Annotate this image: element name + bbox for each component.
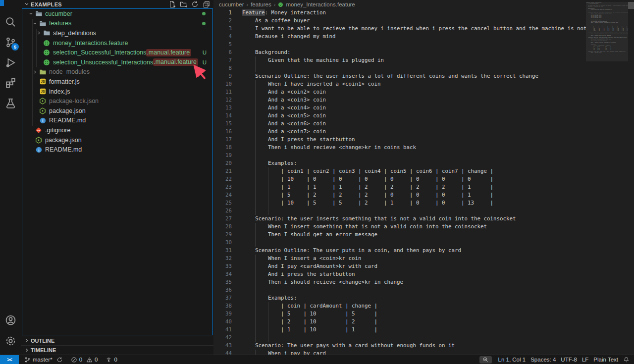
tree-item-node_modules[interactable]: node_modules bbox=[22, 67, 212, 77]
minimap[interactable]: Feature: Money interaction As a coffee b… bbox=[586, 2, 628, 61]
code-line[interactable]: 30 bbox=[213, 239, 586, 247]
timeline-section-header[interactable]: TIMELINE bbox=[21, 345, 213, 355]
chevron-right-icon[interactable] bbox=[31, 69, 39, 75]
tree-item-package.json[interactable]: package.json bbox=[22, 106, 212, 116]
tree-item-package.json[interactable]: package.json bbox=[22, 135, 212, 145]
chevron-down-icon[interactable] bbox=[31, 21, 39, 26]
filename-suffix-highlight: .manual.feature bbox=[146, 49, 191, 56]
tree-item-label: node_modules bbox=[49, 68, 90, 75]
cursor-position[interactable]: Ln 1, Col 1 bbox=[496, 355, 528, 364]
breadcrumb-file[interactable]: money_Interactions.feature bbox=[286, 1, 355, 7]
tree-item-selection_Unsuccessful_Interactions[interactable]: selection_Unsuccessful_Interactions.manu… bbox=[22, 57, 212, 67]
explorer-section-header[interactable]: EXAMPLES bbox=[21, 0, 213, 8]
code-line[interactable]: 9 Scenario Outline: the user inserts a l… bbox=[213, 72, 586, 80]
code-line[interactable]: 5 bbox=[213, 41, 586, 49]
code-line[interactable]: 1Feature: Money interaction bbox=[213, 9, 586, 17]
problems-status[interactable]: 0 0 bbox=[68, 355, 101, 364]
tree-item-package-lock.json[interactable]: package-lock.json bbox=[22, 96, 212, 106]
code-line[interactable]: 31 Scenario Outline: The user puts in a … bbox=[213, 247, 586, 255]
code-line[interactable]: 35 Then i should recieve <change>kr in c… bbox=[213, 278, 586, 286]
code-line[interactable]: 39 | 5 | 10 | 5 | bbox=[213, 310, 586, 318]
code-line[interactable]: 18 Then i should recieve <change>kr in c… bbox=[213, 144, 586, 152]
tree-item-.gitignore[interactable]: .gitignore bbox=[22, 125, 212, 135]
eol-status[interactable]: LF bbox=[580, 355, 591, 364]
code-line[interactable]: 24 | 5 | 2 | 2 | 2 | 0 | 0 | 0 | 1 | bbox=[213, 191, 586, 199]
code-line[interactable]: 15 And a <coin6> coin bbox=[213, 120, 586, 128]
ports-status[interactable]: 0 bbox=[103, 355, 119, 364]
testing-icon[interactable] bbox=[0, 93, 21, 113]
line-number: 44 bbox=[213, 350, 242, 355]
tree-item-step_definitions[interactable]: step_definitions bbox=[22, 28, 212, 38]
scrollbar-thumb[interactable] bbox=[628, 2, 634, 9]
refresh-icon[interactable] bbox=[190, 0, 199, 8]
outline-section-header[interactable]: OUTLINE bbox=[21, 336, 213, 345]
code-line[interactable]: 10 When I have inserted a <coin1> coin bbox=[213, 80, 586, 88]
code-line[interactable]: 36 bbox=[213, 286, 586, 294]
code-line[interactable]: 23 | 1 | 1 | 1 | 2 | 2 | 2 | 2 | 1 | bbox=[213, 183, 586, 191]
tree-item-selection_Successful_Interactions[interactable]: selection_Successful_Interactions.manual… bbox=[22, 48, 212, 57]
code-line[interactable]: 41 | 1 | 10 | 1 | bbox=[213, 326, 586, 334]
search-icon[interactable] bbox=[0, 12, 21, 32]
code-line[interactable]: 27 Scenario: the user inserts something … bbox=[213, 215, 586, 223]
code-line[interactable]: 43 Scenario: The user pays with a card w… bbox=[213, 342, 586, 350]
tree-item-cucumber[interactable]: cucumber bbox=[22, 9, 212, 19]
code-line[interactable]: 2 As a coffee buyer bbox=[213, 17, 586, 25]
tree-item-money_Interactions.feature[interactable]: money_Interactions.feature bbox=[22, 38, 212, 48]
code-line[interactable]: 12 And a <coin3> coin bbox=[213, 96, 586, 104]
code-line[interactable]: 25 | 10 | 5 | 5 | 2 | 1 | 0 | 0 | 13 | bbox=[213, 199, 586, 207]
encoding-status[interactable]: UTF-8 bbox=[558, 355, 580, 364]
notifications-bell[interactable] bbox=[621, 355, 632, 364]
code-line[interactable]: 4 Because i changed my mind bbox=[213, 33, 586, 41]
settings-icon[interactable] bbox=[0, 331, 21, 351]
code-line[interactable]: 3 I want to be able to recieve the money… bbox=[213, 25, 586, 33]
indentation-status[interactable]: Spaces: 4 bbox=[528, 355, 558, 364]
remote-indicator[interactable]: >< bbox=[0, 355, 19, 364]
zoom-status-button[interactable] bbox=[479, 356, 492, 364]
code-line[interactable]: 6 Background: bbox=[213, 49, 586, 56]
code-line[interactable]: 22 | 10 | 0 | 0 | 0 | 0 | 0 | 0 | 0 | bbox=[213, 175, 586, 183]
code-line[interactable]: 26 bbox=[213, 207, 586, 215]
code-line[interactable]: 14 And a <coin5> coin bbox=[213, 112, 586, 120]
breadcrumb-folder[interactable]: features bbox=[251, 1, 271, 7]
accounts-icon[interactable] bbox=[0, 310, 21, 330]
extensions-icon[interactable] bbox=[0, 73, 21, 93]
code-line[interactable]: 8 bbox=[213, 64, 586, 72]
code-line[interactable]: 40 | 2 | 10 | 2 | bbox=[213, 318, 586, 326]
code-line[interactable]: 37 Examples: bbox=[213, 294, 586, 302]
code-line[interactable]: 21 | coin1 | coin2 | coin3 | coin4 | coi… bbox=[213, 167, 586, 175]
code-line[interactable]: 20 Examples: bbox=[213, 159, 586, 167]
tree-item-README.md[interactable]: iREADME.md bbox=[22, 145, 212, 155]
code-line[interactable]: 33 And I pay <cardAmount>kr with card bbox=[213, 262, 586, 270]
code-line[interactable]: 13 And a <coin4> coin bbox=[213, 104, 586, 112]
chevron-down-icon[interactable] bbox=[27, 11, 35, 16]
chevron-right-icon[interactable] bbox=[35, 30, 43, 36]
line-content: And a <coin6> coin bbox=[242, 120, 326, 128]
tree-item-README.md[interactable]: iREADME.md bbox=[22, 116, 212, 126]
minimap-slider[interactable] bbox=[586, 2, 628, 61]
chevron-right-icon bbox=[24, 338, 31, 344]
code-line[interactable]: 28 When I insert something that is not a… bbox=[213, 223, 586, 231]
code-line[interactable]: 19 bbox=[213, 152, 586, 159]
new-folder-icon[interactable] bbox=[179, 0, 188, 8]
code-line[interactable]: 29 Then I should get an error message bbox=[213, 231, 586, 239]
code-line[interactable]: 44 When i pay by card bbox=[213, 350, 586, 355]
code-line[interactable]: 7 Given that the machine is plugged in bbox=[213, 56, 586, 64]
new-file-icon[interactable] bbox=[167, 0, 176, 8]
ports-count: 0 bbox=[114, 357, 117, 363]
code-line[interactable]: 42 bbox=[213, 334, 586, 342]
language-mode[interactable]: Plain Text bbox=[591, 355, 621, 364]
code-line[interactable]: 32 When I insert a <coin>kr coin bbox=[213, 255, 586, 262]
tree-item-formatter.js[interactable]: JSformatter.js bbox=[22, 77, 212, 87]
code-line[interactable]: 16 And a <coin7> coin bbox=[213, 128, 586, 136]
code-line[interactable]: 17 And I press the startbutton bbox=[213, 136, 586, 144]
code-line[interactable]: 34 And i press the startbutton bbox=[213, 270, 586, 278]
code-line[interactable]: 11 And a <coin2> coin bbox=[213, 88, 586, 96]
tree-item-index.js[interactable]: JSindex.js bbox=[22, 87, 212, 97]
breadcrumb-folder[interactable]: cucumber bbox=[219, 1, 244, 7]
tree-item-features[interactable]: features bbox=[22, 19, 212, 29]
run-debug-icon[interactable] bbox=[0, 52, 21, 72]
code-line[interactable]: 38 | coin | cardAmount | change | bbox=[213, 302, 586, 310]
source-control-icon[interactable]: 5 bbox=[0, 32, 21, 52]
collapse-all-icon[interactable] bbox=[202, 0, 211, 8]
git-branch-status[interactable]: master* bbox=[22, 355, 65, 364]
